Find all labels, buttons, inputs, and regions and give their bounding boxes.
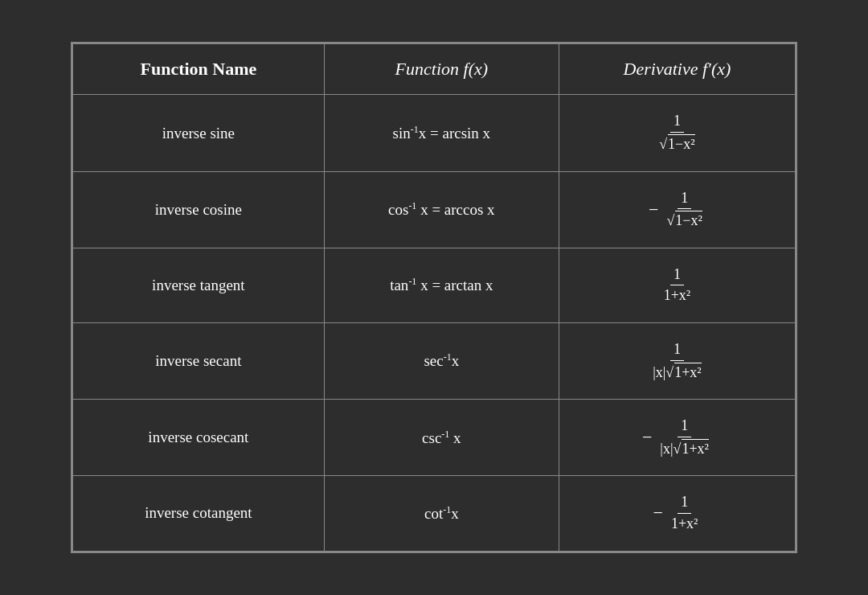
function-name-cell: inverse secant — [73, 323, 325, 400]
derivative-cell: −11+x² — [559, 476, 795, 551]
col-header-function-name: Function Name — [73, 44, 325, 95]
function-cell: tan-1 x = arctan x — [324, 248, 559, 322]
table-row: inverse sinesin-1x = arcsin x1√1−x² — [73, 95, 796, 171]
derivatives-table: Function Name Function f(x) Derivative f… — [72, 43, 796, 551]
table-row: inverse tangenttan-1 x = arctan x11+x² — [73, 248, 796, 322]
col-header-function: Function f(x) — [324, 44, 559, 95]
function-cell: csc-1 x — [324, 400, 559, 476]
derivative-cell: 1√1−x² — [559, 95, 795, 171]
function-name-label: Function Name — [140, 59, 256, 79]
header-row: Function Name Function f(x) Derivative f… — [73, 44, 796, 95]
derivative-cell: −1√1−x² — [559, 171, 795, 248]
table-row: inverse secantsec-1x1|x|√1+x² — [73, 323, 796, 400]
function-name-cell: inverse cotangent — [73, 476, 325, 551]
table-row: inverse cosecantcsc-1 x−1|x|√1+x² — [73, 400, 796, 476]
table-body: inverse sinesin-1x = arcsin x1√1−x²inver… — [73, 95, 796, 551]
derivative-cell: −1|x|√1+x² — [559, 400, 795, 476]
function-name-cell: inverse cosecant — [73, 400, 325, 476]
function-name-cell: inverse tangent — [73, 248, 325, 322]
function-name-cell: inverse sine — [73, 95, 325, 171]
table-row: inverse cotangentcot-1x−11+x² — [73, 476, 796, 551]
function-name-cell: inverse cosine — [73, 171, 325, 248]
function-cell: cot-1x — [324, 476, 559, 551]
function-cell: sin-1x = arcsin x — [324, 95, 559, 171]
derivative-cell: 11+x² — [559, 248, 795, 322]
col-header-derivative: Derivative f′(x) — [559, 44, 795, 95]
table-row: inverse cosinecos-1 x = arccos x−1√1−x² — [73, 171, 796, 248]
math-table-wrapper: Function Name Function f(x) Derivative f… — [71, 42, 797, 552]
derivative-cell: 1|x|√1+x² — [559, 323, 795, 400]
function-cell: sec-1x — [324, 323, 559, 400]
function-cell: cos-1 x = arccos x — [324, 171, 559, 248]
